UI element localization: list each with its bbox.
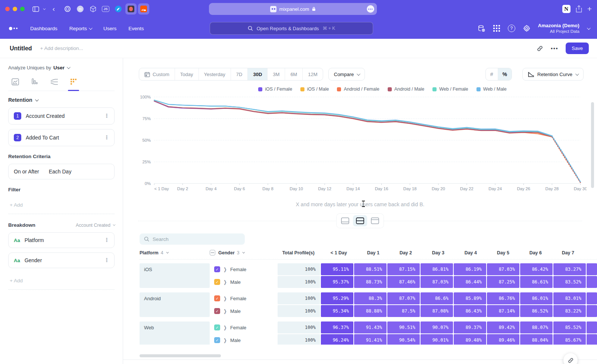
expand-chevron-icon[interactable]: ❯ xyxy=(224,308,227,314)
expand-chevron-icon[interactable]: ❯ xyxy=(224,296,227,301)
step-menu-icon[interactable]: ••• xyxy=(104,114,109,118)
retention-criteria-card[interactable]: On or After Each Day xyxy=(8,164,115,179)
day-column-header[interactable]: Day 1 xyxy=(352,250,384,255)
day-column-header[interactable]: Day 5 xyxy=(482,250,514,255)
retention-value-cell[interactable]: 83.22% xyxy=(553,305,586,317)
layout-split-button[interactable] xyxy=(353,215,367,226)
series-checkbox[interactable]: ✓ xyxy=(214,308,220,314)
save-button[interactable]: Save xyxy=(566,43,589,54)
layout-table-only-button[interactable] xyxy=(368,215,382,226)
new-tab-button[interactable]: + xyxy=(587,4,592,13)
retention-value-cell[interactable]: 89.42% xyxy=(487,321,519,333)
retention-value-cell[interactable]: 85.67% xyxy=(553,334,586,345)
expand-chevron-icon[interactable]: ❯ xyxy=(224,267,227,272)
share-icon[interactable] xyxy=(576,5,582,13)
criteria-each-day[interactable]: Each Day xyxy=(49,169,72,175)
settings-gear-icon[interactable] xyxy=(523,25,531,32)
retention-value-cell[interactable]: 88.88% xyxy=(354,305,387,317)
chevron-down-icon[interactable] xyxy=(41,4,46,14)
expand-chevron-icon[interactable]: ❯ xyxy=(224,325,227,330)
retention-value-cell[interactable]: 96.37% xyxy=(321,321,353,333)
pinned-tab-soundcloud-icon[interactable] xyxy=(138,3,149,15)
retention-value-cell[interactable]: 87.07% xyxy=(387,292,420,304)
tab-funnels[interactable] xyxy=(30,77,40,86)
date-range-30d[interactable]: 30D xyxy=(248,68,268,80)
series-checkbox[interactable]: ✓ xyxy=(214,337,220,343)
date-range-yesterday[interactable]: Yesterday xyxy=(199,68,231,80)
indeterminate-checkbox[interactable] xyxy=(210,250,215,255)
legend-item[interactable]: iOS / Female xyxy=(258,87,292,92)
retention-value-cell[interactable]: 90.07% xyxy=(421,321,453,333)
add-description[interactable]: + Add description... xyxy=(40,46,83,51)
analyze-entity-select[interactable]: User xyxy=(53,65,65,70)
retention-value-cell[interactable]: 86.76% xyxy=(487,292,519,304)
tab-retention[interactable] xyxy=(69,77,78,86)
retention-value-cell[interactable]: 95.37% xyxy=(321,276,353,288)
retention-value-cell[interactable]: 83.27% xyxy=(553,263,586,275)
retention-value-cell[interactable]: 88.07% xyxy=(520,321,553,333)
retention-value-cell[interactable]: 95.34% xyxy=(321,305,353,317)
retention-value-cell[interactable]: 86.6% xyxy=(421,292,453,304)
pinned-tab-js-icon[interactable]: JS xyxy=(100,3,111,15)
help-icon[interactable]: ? xyxy=(508,25,515,32)
series-checkbox[interactable]: ✓ xyxy=(214,279,220,285)
notion-extension-icon[interactable]: N xyxy=(562,5,571,13)
day-column-header[interactable]: Day 6 xyxy=(514,250,547,255)
global-search[interactable]: Open Reports & Dashboards ⌘ + K xyxy=(210,22,373,35)
legend-item[interactable]: Android / Female xyxy=(337,87,379,92)
expand-chevron-icon[interactable]: ❯ xyxy=(224,279,227,285)
retention-value-cell[interactable]: 88.73% xyxy=(354,276,387,288)
retention-value-cell[interactable]: 88.04% xyxy=(520,334,553,345)
legend-item[interactable]: iOS / Male xyxy=(300,87,329,92)
day-column-header[interactable]: Day 4 xyxy=(449,250,482,255)
chart-type-select[interactable]: Retention Curve xyxy=(522,68,584,81)
retention-value-cell[interactable]: 90.01% xyxy=(421,334,453,345)
gender-cell[interactable]: ✓❯Male xyxy=(210,334,277,345)
nav-reports[interactable]: Reports xyxy=(69,26,91,31)
retention-value-cell[interactable]: 87.03% xyxy=(421,276,453,288)
layout-chart-only-button[interactable] xyxy=(338,215,352,226)
gender-cell[interactable]: ✓❯Female xyxy=(210,292,277,304)
absolute-mode-button[interactable]: # xyxy=(486,68,498,80)
retention-step-card[interactable]: 2Added To Cart••• xyxy=(8,129,115,146)
more-options-button[interactable]: ••• xyxy=(551,45,558,51)
project-switcher[interactable]: Amazonia {Demo} All Project Data xyxy=(538,23,579,34)
retention-value-cell[interactable]: 89.46% xyxy=(487,334,519,345)
series-checkbox[interactable]: ✓ xyxy=(214,295,220,301)
minimize-window-button[interactable] xyxy=(13,7,17,11)
percent-mode-button[interactable]: % xyxy=(498,68,512,80)
retention-value-cell[interactable]: 85.52% xyxy=(553,321,586,333)
date-range-7d[interactable]: 7D xyxy=(231,68,248,80)
breakdown-scope-select[interactable]: Account Created xyxy=(76,223,115,228)
maximize-window-button[interactable] xyxy=(20,7,25,11)
pinned-tab-cube-icon[interactable] xyxy=(87,3,99,15)
add-filter-button[interactable]: + Add xyxy=(8,197,115,214)
gender-cell[interactable]: ✓❯Female xyxy=(210,321,277,333)
retention-value-cell[interactable]: 86.81% xyxy=(421,263,453,275)
date-range-3m[interactable]: 3M xyxy=(268,68,285,80)
series-checkbox[interactable]: ✓ xyxy=(214,266,220,272)
platform-cell[interactable]: Android xyxy=(140,292,210,317)
platform-cell[interactable]: iOS xyxy=(140,263,210,288)
breakdown-card[interactable]: AaGender••• xyxy=(8,252,115,268)
data-management-icon[interactable] xyxy=(478,25,485,32)
retention-value-cell[interactable]: 88.51% xyxy=(354,263,387,275)
gender-column-header[interactable]: Gender3 xyxy=(210,250,277,255)
copy-link-icon[interactable] xyxy=(537,45,543,52)
retention-value-cell[interactable]: 86.52% xyxy=(520,305,553,317)
retention-value-cell[interactable]: 87.46% xyxy=(387,276,420,288)
retention-value-cell[interactable]: 89.37% xyxy=(454,321,486,333)
table-search-input[interactable]: Search xyxy=(140,233,245,245)
nav-events[interactable]: Events xyxy=(128,26,144,31)
breakdown-menu-icon[interactable]: ••• xyxy=(104,238,109,242)
apps-grid-icon[interactable] xyxy=(493,25,500,32)
retention-value-cell[interactable]: 90.54% xyxy=(387,334,420,345)
retention-value-cell[interactable]: 91.41% xyxy=(354,334,387,345)
pinned-tab-red-app-icon[interactable] xyxy=(125,3,137,15)
series-checkbox[interactable]: ✓ xyxy=(214,324,220,330)
gender-cell[interactable]: ✓❯Male xyxy=(210,305,277,317)
gender-cell[interactable]: ✓❯Male xyxy=(210,276,277,288)
tab-flows[interactable] xyxy=(49,77,59,86)
retention-value-cell[interactable]: 95.11% xyxy=(321,263,353,275)
nav-dashboards[interactable]: Dashboards xyxy=(30,26,57,31)
